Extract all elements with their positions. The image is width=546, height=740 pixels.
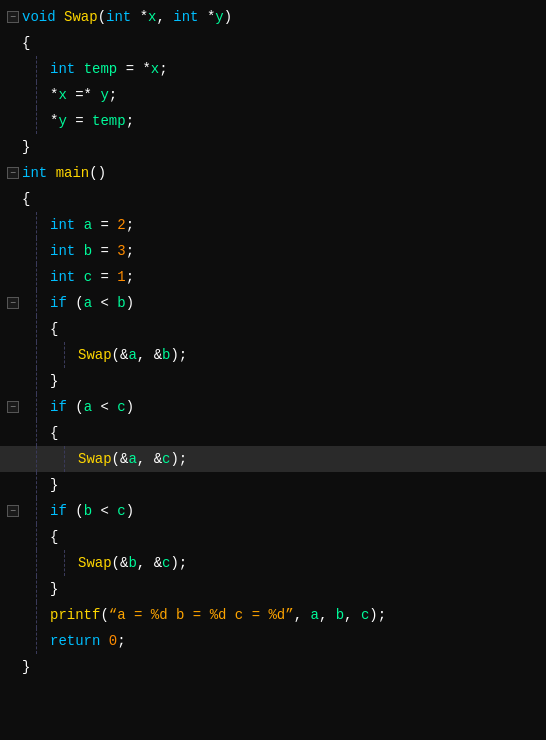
token-white: ; (117, 633, 125, 649)
token-white: ( (100, 607, 108, 623)
indent-guide (22, 212, 50, 238)
token-var: a (84, 295, 92, 311)
token-kw: int (22, 165, 47, 181)
fold-gutter[interactable]: − (4, 167, 22, 179)
indent-guide (22, 602, 50, 628)
token-fn: Swap (64, 9, 98, 25)
indent-guide (22, 316, 50, 342)
indent-guide (22, 524, 50, 550)
token-var: x (58, 87, 66, 103)
fold-minus-icon[interactable]: − (7, 167, 19, 179)
token-kw: int (50, 61, 75, 77)
token-var: c (117, 399, 125, 415)
code-line: −if (a < b) (0, 290, 546, 316)
code-editor: −void Swap(int *x, int *y){int temp = *x… (0, 0, 546, 740)
indent-guide (22, 82, 50, 108)
token-container: *y = temp; (50, 113, 134, 129)
token-white: } (22, 659, 30, 675)
fold-gutter[interactable]: − (4, 505, 22, 517)
code-line: Swap(&a, &c); (0, 446, 546, 472)
token-container: } (50, 477, 58, 493)
token-container: int a = 2; (50, 217, 134, 233)
token-white: < (92, 399, 117, 415)
token-white: ; (126, 217, 134, 233)
code-line: Swap(&b, &c); (0, 550, 546, 576)
token-var: a (310, 607, 318, 623)
code-line: { (0, 186, 546, 212)
token-fn: Swap (78, 451, 112, 467)
token-white: { (22, 191, 30, 207)
fold-minus-icon[interactable]: − (7, 11, 19, 23)
token-white: , (294, 607, 311, 623)
token-var: a (128, 347, 136, 363)
token-kw: if (50, 295, 67, 311)
token-container: { (50, 425, 58, 441)
token-white: , (156, 9, 173, 25)
token-container: } (22, 139, 30, 155)
token-white: < (92, 503, 117, 519)
token-white: ); (170, 555, 187, 571)
fold-gutter[interactable]: − (4, 297, 22, 309)
token-var: y (100, 87, 108, 103)
token-var: temp (92, 113, 126, 129)
token-white (56, 9, 64, 25)
token-container: if (a < c) (50, 399, 134, 415)
token-fn: Swap (78, 555, 112, 571)
token-white: } (50, 581, 58, 597)
token-container: Swap(&b, &c); (78, 555, 187, 571)
token-var: a (128, 451, 136, 467)
token-white (75, 243, 83, 259)
token-container: Swap(&a, &b); (78, 347, 187, 363)
code-line: −if (a < c) (0, 394, 546, 420)
token-white: ) (224, 9, 232, 25)
fold-gutter[interactable]: − (4, 11, 22, 23)
token-white (47, 165, 55, 181)
fold-minus-icon[interactable]: − (7, 297, 19, 309)
code-line: } (0, 368, 546, 394)
token-container: } (50, 373, 58, 389)
code-line: int a = 2; (0, 212, 546, 238)
indent-guide (22, 342, 50, 368)
token-white: () (89, 165, 106, 181)
token-var: b (117, 295, 125, 311)
token-white: ; (159, 61, 167, 77)
indent-guide (22, 628, 50, 654)
token-white: ( (67, 503, 84, 519)
code-line: int b = 3; (0, 238, 546, 264)
token-white: = (67, 113, 92, 129)
token-white: { (50, 529, 58, 545)
code-line: { (0, 30, 546, 56)
token-container: Swap(&a, &c); (78, 451, 187, 467)
code-line: { (0, 420, 546, 446)
token-container: int b = 3; (50, 243, 134, 259)
token-container: int temp = *x; (50, 61, 168, 77)
token-num: 1 (117, 269, 125, 285)
indent-guide (22, 550, 50, 576)
code-line: return 0; (0, 628, 546, 654)
token-num: 2 (117, 217, 125, 233)
token-kw: return (50, 633, 100, 649)
token-white: * (131, 9, 148, 25)
token-var: a (84, 217, 92, 233)
token-white: } (22, 139, 30, 155)
indent-guide (50, 342, 78, 368)
token-str: “a = %d b = %d c = %d” (109, 607, 294, 623)
fold-minus-icon[interactable]: − (7, 401, 19, 413)
token-container: printf(“a = %d b = %d c = %d”, a, b, c); (50, 607, 386, 623)
token-var: c (84, 269, 92, 285)
token-white: ; (126, 243, 134, 259)
indent-guide (22, 446, 50, 472)
token-var: y (58, 113, 66, 129)
token-container: int main() (22, 165, 106, 181)
token-white (100, 633, 108, 649)
token-var: c (117, 503, 125, 519)
token-white: , (319, 607, 336, 623)
token-container: *x =* y; (50, 87, 117, 103)
token-white (75, 269, 83, 285)
fold-minus-icon[interactable]: − (7, 505, 19, 517)
token-container: } (50, 581, 58, 597)
token-var: b (336, 607, 344, 623)
token-white: (& (112, 451, 129, 467)
token-white: , & (137, 451, 162, 467)
fold-gutter[interactable]: − (4, 401, 22, 413)
